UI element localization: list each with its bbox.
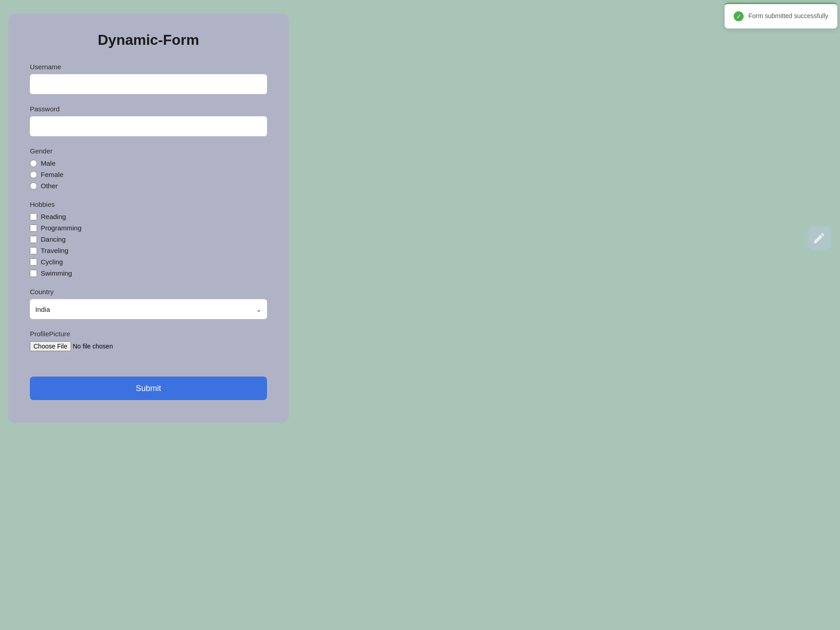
hobby-cycling-label: Cycling — [41, 258, 63, 266]
hobby-cycling-checkbox[interactable] — [30, 258, 37, 266]
hobby-programming-option[interactable]: Programming — [30, 224, 267, 232]
hobby-programming-label: Programming — [41, 224, 81, 232]
country-label: Country — [30, 288, 267, 296]
username-label: Username — [30, 63, 267, 71]
hobbies-label: Hobbies — [30, 200, 267, 208]
gender-male-label: Male — [41, 159, 56, 167]
hobby-reading-label: Reading — [41, 213, 66, 220]
gender-other-option[interactable]: Other — [30, 182, 267, 190]
country-select-wrapper: India USA UK Canada Australia ⌄ — [30, 299, 267, 319]
file-input-wrapper — [30, 341, 267, 351]
hobby-dancing-label: Dancing — [41, 235, 66, 243]
username-field-group: Username — [30, 63, 267, 94]
gender-label: Gender — [30, 147, 267, 155]
hobby-programming-checkbox[interactable] — [30, 224, 37, 232]
gender-radio-group: Male Female Other — [30, 159, 267, 190]
hobby-reading-checkbox[interactable] — [30, 213, 37, 220]
profile-picture-label: ProfilePicture — [30, 330, 267, 338]
password-label: Password — [30, 105, 267, 113]
country-field-group: Country India USA UK Canada Australia ⌄ — [30, 288, 267, 319]
gender-female-radio[interactable] — [30, 171, 37, 178]
scratchpad-button[interactable] — [807, 226, 831, 250]
gender-other-label: Other — [41, 182, 58, 190]
gender-field-group: Gender Male Female Other — [30, 147, 267, 190]
hobby-cycling-option[interactable]: Cycling — [30, 258, 267, 266]
gender-female-option[interactable]: Female — [30, 171, 267, 178]
toast-message: Form submitted successfully — [748, 12, 828, 21]
password-field-group: Password — [30, 105, 267, 136]
gender-other-radio[interactable] — [30, 182, 37, 190]
profile-picture-field-group: ProfilePicture — [30, 330, 267, 351]
hobbies-checkbox-group: Reading Programming Dancing Traveling Cy… — [30, 213, 267, 277]
hobby-traveling-option[interactable]: Traveling — [30, 247, 267, 254]
toast-notification: ✓ Form submitted successfully — [725, 3, 837, 29]
scratchpad-icon — [812, 231, 826, 245]
hobby-reading-option[interactable]: Reading — [30, 213, 267, 220]
country-select[interactable]: India USA UK Canada Australia — [30, 299, 267, 319]
profile-picture-input[interactable] — [30, 341, 150, 351]
gender-female-label: Female — [41, 171, 63, 178]
hobby-traveling-label: Traveling — [41, 247, 68, 254]
gender-male-option[interactable]: Male — [30, 159, 267, 167]
password-input[interactable] — [30, 116, 267, 136]
success-icon: ✓ — [734, 11, 744, 21]
gender-male-radio[interactable] — [30, 160, 37, 167]
hobby-dancing-option[interactable]: Dancing — [30, 235, 267, 243]
username-input[interactable] — [30, 74, 267, 94]
hobby-swimming-option[interactable]: Swimming — [30, 269, 267, 277]
form-title: Dynamic-Form — [30, 32, 267, 48]
form-card: Dynamic-Form Username Password Gender Ma… — [8, 14, 289, 423]
hobby-dancing-checkbox[interactable] — [30, 236, 37, 243]
submit-button[interactable]: Submit — [30, 377, 267, 400]
hobby-traveling-checkbox[interactable] — [30, 247, 37, 254]
hobbies-field-group: Hobbies Reading Programming Dancing Trav… — [30, 200, 267, 277]
hobby-swimming-checkbox[interactable] — [30, 270, 37, 277]
hobby-swimming-label: Swimming — [41, 269, 72, 277]
